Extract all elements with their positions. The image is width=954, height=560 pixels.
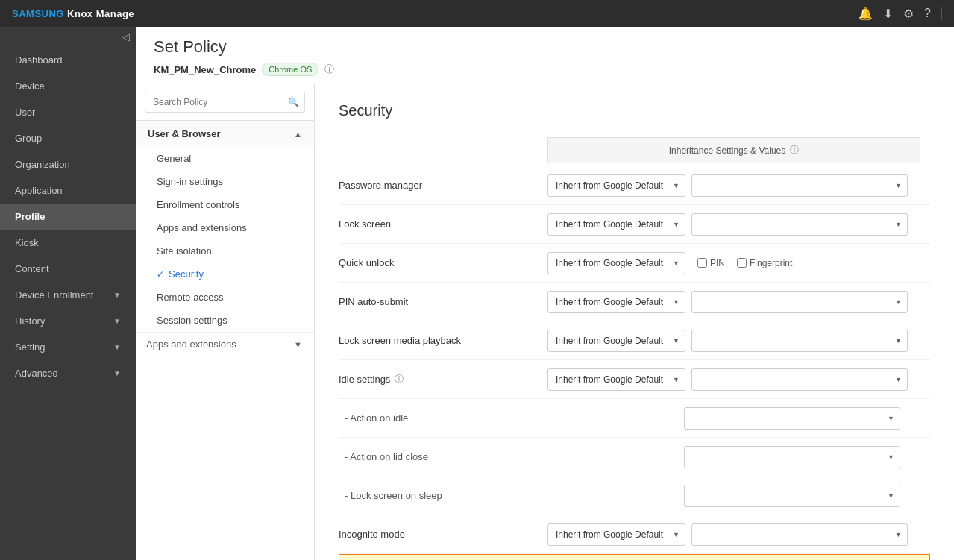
sidebar-item-organization[interactable]: Organization (0, 151, 136, 177)
sidebar-item-history[interactable]: History ▼ (0, 308, 136, 334)
chevron-down-icon: ▼ (294, 340, 302, 349)
sidebar: ◁ Dashboard Device User Group Organizati… (0, 27, 136, 560)
app-logo: SAMSUNG Knox Manage (12, 8, 134, 19)
dropdown-lock-screen-second (691, 213, 908, 236)
policy-nav: User & Browser ▲ General Sign-in setting… (136, 84, 315, 560)
select-password-manager-second[interactable] (691, 174, 908, 197)
select-pin-auto-submit-second[interactable] (691, 291, 908, 313)
label-password-manager: Password manager (339, 180, 547, 191)
checkbox-fingerprint[interactable] (737, 258, 747, 268)
search-input[interactable] (145, 92, 305, 113)
select-idle-settings-second[interactable] (691, 368, 908, 391)
policy-name: KM_PM_New_Chrome (154, 64, 256, 75)
nav-section-user-browser: User & Browser ▲ General Sign-in setting… (136, 121, 314, 333)
inheritance-label: Inheritance Settings & Values ⓘ (547, 137, 920, 163)
select-lock-screen[interactable]: Inherit from Google Default Enable Disab… (547, 213, 685, 236)
nav-item-sign-in[interactable]: Sign-in settings (136, 170, 314, 193)
dropdown-password-manager: Inherit from Google Default Enable Disab… (547, 174, 685, 197)
select-lock-screen-second[interactable] (691, 213, 908, 236)
select-incognito-mode-second[interactable] (691, 523, 908, 546)
check-icon: ✓ (157, 269, 164, 280)
label-quick-unlock: Quick unlock (339, 257, 547, 268)
search-icon-wrap (145, 92, 305, 113)
chevron-right-icon: ▼ (113, 343, 121, 351)
checkbox-pin[interactable] (697, 258, 707, 268)
label-lock-screen-sleep: - Lock screen on sleep (339, 490, 547, 501)
sidebar-item-user[interactable]: User (0, 99, 136, 125)
settings-title: Security (339, 102, 930, 119)
sidebar-item-dashboard[interactable]: Dashboard (0, 47, 136, 73)
checkbox-pin-text: PIN (710, 258, 725, 268)
sidebar-item-advanced[interactable]: Advanced ▼ (0, 360, 136, 386)
controls-password-manager: Inherit from Google Default Enable Disab… (547, 174, 930, 197)
dropdown-quick-unlock: Inherit from Google Default Enable Disab… (547, 252, 685, 274)
label-lock-screen: Lock screen (339, 218, 547, 230)
label-incognito-mode: Incognito mode (339, 529, 547, 540)
inheritance-help-icon[interactable]: ⓘ (790, 144, 799, 157)
checkbox-pin-label: PIN (697, 258, 725, 268)
chevron-right-icon: ▼ (113, 317, 121, 325)
nav-item-general[interactable]: General (136, 147, 314, 170)
sidebar-item-device-enrollment[interactable]: Device Enrollment ▼ (0, 282, 136, 308)
controls-pin-auto-submit: Inherit from Google Default Enable Disab… (547, 291, 930, 313)
nav-item-security[interactable]: ✓ Security (136, 262, 314, 286)
dropdown-idle-settings-second (691, 368, 908, 391)
policy-settings: Security Inheritance Settings & Values ⓘ… (315, 84, 954, 560)
select-quick-unlock[interactable]: Inherit from Google Default Enable Disab… (547, 252, 685, 274)
sidebar-item-profile[interactable]: Profile (0, 204, 136, 230)
settings-icon[interactable]: ⚙ (903, 7, 914, 21)
select-password-manager[interactable]: Inherit from Google Default Enable Disab… (547, 174, 685, 197)
checkbox-group-quick-unlock: PIN Fingerprint (697, 258, 792, 268)
topbar-divider (941, 7, 942, 20)
select-lock-screen-sleep[interactable] (684, 485, 900, 507)
dropdown-action-on-lid (684, 446, 900, 468)
row-idle-settings: Idle settings ⓘ Inherit from Google Defa… (339, 360, 930, 399)
controls-lock-screen-media: Inherit from Google Default Enable Disab… (547, 330, 930, 352)
download-icon[interactable]: ⬇ (883, 7, 893, 21)
sidebar-item-setting[interactable]: Setting ▼ (0, 334, 136, 360)
row-incognito-mode: Incognito mode Inherit from Google Defau… (339, 515, 930, 554)
nav-item-apps-extensions[interactable]: Apps and extensions (136, 216, 314, 239)
info-icon[interactable]: ⓘ (324, 63, 334, 76)
select-lock-screen-media[interactable]: Inherit from Google Default Enable Disab… (547, 330, 685, 352)
idle-help-icon[interactable]: ⓘ (395, 373, 404, 386)
controls-quick-unlock: Inherit from Google Default Enable Disab… (547, 252, 930, 274)
select-lock-screen-media-second[interactable] (691, 330, 908, 352)
sidebar-item-device[interactable]: Device (0, 73, 136, 99)
inheritance-header: Inheritance Settings & Values ⓘ (339, 137, 930, 163)
dropdown-lock-screen-sleep (684, 485, 900, 507)
nav-subsection-apps-extensions[interactable]: Apps and extensions ▼ (136, 333, 314, 356)
select-idle-settings[interactable]: Inherit from Google Default Custom (547, 368, 685, 391)
notification-icon[interactable]: 🔔 (858, 7, 873, 21)
select-pin-auto-submit[interactable]: Inherit from Google Default Enable Disab… (547, 291, 685, 313)
sidebar-item-kiosk[interactable]: Kiosk (0, 230, 136, 256)
nav-item-site-isolation[interactable]: Site isolation (136, 239, 314, 262)
select-action-on-lid[interactable] (684, 446, 900, 468)
sidebar-item-application[interactable]: Application (0, 177, 136, 204)
breadcrumb: KM_PM_New_Chrome Chrome OS ⓘ (154, 63, 936, 76)
nav-section-apps-extensions: Apps and extensions ▼ (136, 333, 314, 356)
controls-lock-screen: Inherit from Google Default Enable Disab… (547, 213, 930, 236)
sidebar-item-group[interactable]: Group (0, 125, 136, 151)
select-incognito-mode[interactable]: Inherit from Google Default Enable Disab… (547, 523, 685, 546)
topbar: SAMSUNG Knox Manage 🔔 ⬇ ⚙ ? (0, 0, 954, 27)
checkbox-fingerprint-text: Fingerprint (750, 258, 792, 268)
os-tag: Chrome OS (262, 63, 318, 76)
row-password-manager: Password manager Inherit from Google Def… (339, 166, 930, 205)
sidebar-item-content[interactable]: Content (0, 256, 136, 282)
row-pin-auto-submit: PIN auto-submit Inherit from Google Defa… (339, 283, 930, 321)
nav-item-enrollment[interactable]: Enrollment controls (136, 193, 314, 216)
select-action-on-idle[interactable] (684, 407, 900, 430)
dropdown-action-on-idle (684, 407, 900, 430)
nav-item-remote-access[interactable]: Remote access (136, 286, 314, 309)
nav-item-session-settings[interactable]: Session settings (136, 309, 314, 332)
help-icon[interactable]: ? (924, 7, 931, 20)
sidebar-collapse-button[interactable]: ◁ (0, 27, 136, 47)
row-lock-screen-sleep: - Lock screen on sleep (339, 476, 930, 515)
controls-action-on-idle (547, 407, 930, 430)
nav-section-header-user-browser[interactable]: User & Browser ▲ (136, 121, 314, 147)
body-split: User & Browser ▲ General Sign-in setting… (136, 84, 954, 560)
controls-idle-settings: Inherit from Google Default Custom (547, 368, 930, 391)
content-area: Set Policy KM_PM_New_Chrome Chrome OS ⓘ (136, 27, 954, 560)
chevron-up-icon: ▲ (294, 130, 302, 139)
